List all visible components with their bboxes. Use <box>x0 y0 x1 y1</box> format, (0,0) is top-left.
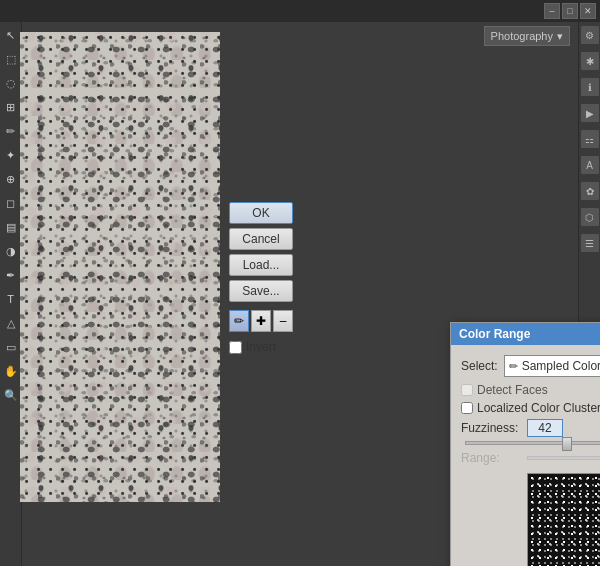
dodge-tool-icon[interactable]: ◑ <box>2 242 20 260</box>
ok-button[interactable]: OK <box>229 202 293 224</box>
invert-row: Invert <box>229 340 293 354</box>
select-eyedropper-icon: ✏ <box>509 360 518 373</box>
cancel-button[interactable]: Cancel <box>229 228 293 250</box>
save-button[interactable]: Save... <box>229 280 293 302</box>
panel-icon-6[interactable]: A <box>581 156 599 174</box>
preview-dots <box>528 474 601 566</box>
dialog-body: Select: ✏ Sampled Colors ▾ Detect Faces <box>451 345 600 566</box>
dialog-titlebar[interactable]: Color Range ✕ <box>451 323 600 345</box>
fuzziness-row: Fuzziness: <box>461 419 600 437</box>
brush-tool-icon[interactable]: ✦ <box>2 146 20 164</box>
hand-tool-icon[interactable]: ✋ <box>2 362 20 380</box>
dialog-title: Color Range <box>459 327 530 341</box>
close-button[interactable]: ✕ <box>580 3 596 19</box>
preview-area <box>527 473 601 566</box>
granite-texture <box>20 32 220 502</box>
select-tool-icon[interactable]: ⬚ <box>2 50 20 68</box>
clone-tool-icon[interactable]: ⊕ <box>2 170 20 188</box>
select-label: Select: <box>461 359 498 373</box>
shape-tool-icon[interactable]: ▭ <box>2 338 20 356</box>
select-dropdown[interactable]: ✏ Sampled Colors ▾ <box>504 355 600 377</box>
window-titlebar: – □ ✕ <box>0 0 600 22</box>
move-tool-icon[interactable]: ↖ <box>2 26 20 44</box>
detect-faces-checkbox[interactable] <box>461 384 473 396</box>
panel-icon-1[interactable]: ⚙ <box>581 26 599 44</box>
crop-tool-icon[interactable]: ⊞ <box>2 98 20 116</box>
eyedropper-tool-1[interactable]: ✏ <box>229 310 249 332</box>
panel-icon-8[interactable]: ⬡ <box>581 208 599 226</box>
type-tool-icon[interactable]: T <box>2 290 20 308</box>
detect-faces-label: Detect Faces <box>477 383 548 397</box>
range-label: Range: <box>461 451 521 465</box>
panel-icon-layers[interactable]: ☰ <box>581 234 599 252</box>
eraser-tool-icon[interactable]: ◻ <box>2 194 20 212</box>
panel-icon-7[interactable]: ✿ <box>581 182 599 200</box>
panel-icon-2[interactable]: ✱ <box>581 52 599 70</box>
eyedropper-tool-add[interactable]: ✚ <box>251 310 271 332</box>
left-toolbar: ↖ ⬚ ◌ ⊞ ✏ ✦ ⊕ ◻ ▤ ◑ ✒ T △ ▭ ✋ 🔍 <box>0 22 22 566</box>
lasso-tool-icon[interactable]: ◌ <box>2 74 20 92</box>
fuzziness-slider-thumb[interactable] <box>562 437 572 451</box>
color-range-dialog: Color Range ✕ Select: ✏ Sampled Colors ▾ <box>450 322 600 566</box>
preset-arrow: ▾ <box>557 30 563 43</box>
eyedropper-tool-icon[interactable]: ✏ <box>2 122 20 140</box>
workspace: Photography ▾ ↖ ⬚ ◌ ⊞ ✏ ✦ ⊕ ◻ ▤ ◑ ✒ T △ … <box>0 22 600 566</box>
localized-clusters-row: Localized Color Clusters <box>461 401 600 415</box>
panel-icon-3[interactable]: ℹ <box>581 78 599 96</box>
select-row: Select: ✏ Sampled Colors ▾ <box>461 355 600 377</box>
path-tool-icon[interactable]: △ <box>2 314 20 332</box>
zoom-tool-icon[interactable]: 🔍 <box>2 386 20 404</box>
range-row: Range: % <box>461 451 600 465</box>
eyedropper-tool-subtract[interactable]: – <box>273 310 293 332</box>
fuzziness-input[interactable] <box>527 419 563 437</box>
load-button[interactable]: Load... <box>229 254 293 276</box>
dialog-buttons: OK Cancel Load... Save... ✏ ✚ – Invert <box>229 202 293 354</box>
fuzziness-label: Fuzziness: <box>461 421 521 435</box>
image-canvas <box>20 32 220 502</box>
granite-inner <box>20 32 220 502</box>
minimize-button[interactable]: – <box>544 3 560 19</box>
preset-label: Photography <box>491 30 553 42</box>
invert-label: Invert <box>246 340 276 354</box>
fuzziness-slider-track <box>465 441 600 445</box>
localized-clusters-checkbox[interactable] <box>461 402 473 414</box>
photography-preset[interactable]: Photography ▾ <box>484 26 570 46</box>
localized-clusters-label: Localized Color Clusters <box>477 401 600 415</box>
restore-button[interactable]: □ <box>562 3 578 19</box>
panel-icon-5[interactable]: ⚏ <box>581 130 599 148</box>
fuzziness-slider-container <box>461 441 600 445</box>
pen-tool-icon[interactable]: ✒ <box>2 266 20 284</box>
panel-icon-4[interactable]: ▶ <box>581 104 599 122</box>
detect-faces-row: Detect Faces <box>461 383 600 397</box>
eyedropper-tools: ✏ ✚ – <box>229 310 293 332</box>
invert-checkbox[interactable] <box>229 341 242 354</box>
select-value: Sampled Colors <box>522 359 600 373</box>
select-dropdown-text: ✏ Sampled Colors <box>509 359 600 373</box>
gradient-tool-icon[interactable]: ▤ <box>2 218 20 236</box>
range-track <box>527 456 600 460</box>
